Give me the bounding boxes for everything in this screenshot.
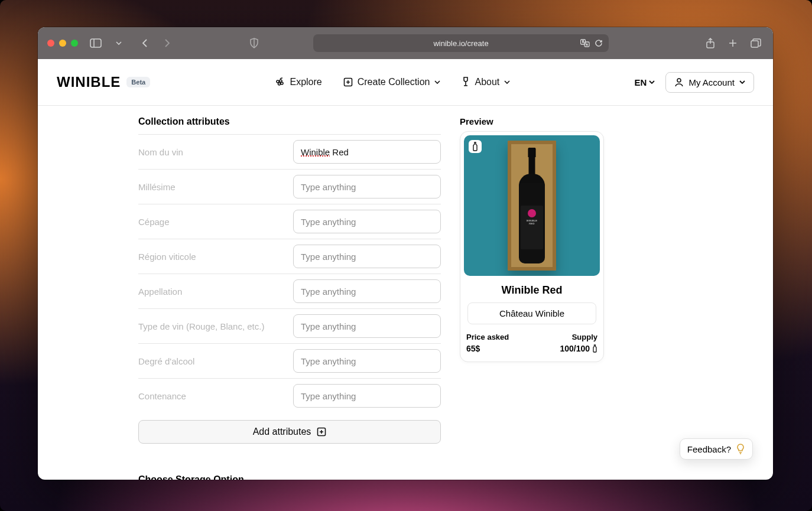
- forward-button[interactable]: [161, 36, 173, 50]
- attribute-label: Contenance: [138, 391, 286, 401]
- attribute-input[interactable]: [293, 175, 441, 198]
- chevron-down-icon: [434, 79, 440, 85]
- wine-bottle: WINIBLERED: [519, 148, 545, 263]
- attribute-label: Appellation: [138, 287, 286, 297]
- traffic-lights: [47, 40, 78, 47]
- nav-create-collection[interactable]: Create Collection: [343, 77, 441, 87]
- account-label: My Account: [688, 77, 735, 87]
- nav-explore-label: Explore: [290, 77, 321, 87]
- chevron-down-icon: [739, 79, 745, 85]
- beta-badge: Beta: [126, 77, 150, 87]
- attribute-label: Nom du vin: [138, 147, 286, 157]
- logo[interactable]: WINIBLE Beta: [57, 74, 150, 90]
- nav-about-label: About: [475, 77, 499, 87]
- site-header: WINIBLE Beta Explore: [38, 59, 773, 106]
- reload-icon[interactable]: [595, 39, 603, 47]
- url-bar[interactable]: winible.io/create: [313, 34, 609, 52]
- attribute-label: Région viticole: [138, 252, 286, 262]
- svg-rect-0: [90, 39, 101, 47]
- language-selector[interactable]: EN: [635, 77, 655, 87]
- wood-box: WINIBLERED: [508, 141, 556, 271]
- add-attributes-button[interactable]: Add attributes: [138, 420, 441, 444]
- producer-chip: Château Winible: [467, 302, 596, 324]
- plus-square-icon: [343, 77, 353, 87]
- translate-icon[interactable]: [580, 39, 590, 47]
- shield-icon[interactable]: [247, 35, 261, 51]
- attribute-label: Millésime: [138, 182, 286, 192]
- preview-title: Winible Red: [464, 284, 600, 297]
- nav-explore[interactable]: Explore: [274, 77, 321, 87]
- section-heading-storage: Choose Storage Option: [138, 474, 441, 480]
- attribute-input[interactable]: [293, 210, 441, 233]
- attribute-input[interactable]: [293, 349, 441, 373]
- preview-image: WINIBLERED: [464, 135, 600, 276]
- add-attributes-label: Add attributes: [253, 427, 311, 437]
- attribute-row: Millésime: [138, 169, 441, 204]
- account-button[interactable]: My Account: [665, 72, 754, 93]
- attribute-row: Nom du vinWinible Red: [138, 134, 441, 169]
- preview-label: Preview: [460, 116, 604, 126]
- chevron-down-icon[interactable]: [113, 38, 124, 48]
- attribute-input[interactable]: [293, 279, 441, 303]
- svg-point-10: [281, 82, 283, 84]
- chevron-down-icon: [649, 79, 655, 85]
- browser-window: winible.io/create: [38, 27, 773, 480]
- sidebar-toggle-icon[interactable]: [87, 36, 104, 50]
- language-label: EN: [635, 77, 647, 87]
- logo-text: WINIBLE: [57, 74, 121, 90]
- user-icon: [674, 77, 684, 87]
- browser-toolbar: winible.io/create: [38, 27, 773, 59]
- plus-square-icon: [317, 427, 326, 437]
- attribute-label: Degré d'alcool: [138, 356, 286, 366]
- supply-value: 100/100: [560, 344, 590, 353]
- svg-point-12: [677, 79, 681, 82]
- fullscreen-window-button[interactable]: [71, 40, 78, 47]
- share-icon[interactable]: [703, 35, 717, 51]
- nav-about[interactable]: About: [462, 77, 510, 87]
- attribute-row: Appellation: [138, 274, 441, 308]
- attribute-row: Type de vin (Rouge, Blanc, etc.): [138, 308, 441, 343]
- new-tab-icon[interactable]: [726, 36, 740, 50]
- back-button[interactable]: [139, 36, 151, 50]
- preview-card: WINIBLERED Winible Red Château Winible P…: [460, 131, 604, 362]
- page: WINIBLE Beta Explore: [38, 59, 773, 480]
- close-window-button[interactable]: [47, 40, 54, 47]
- attribute-input[interactable]: Winible Red: [293, 140, 441, 164]
- svg-point-9: [278, 83, 281, 85]
- price-value: 65$: [466, 344, 480, 353]
- grape-icon: [274, 77, 285, 87]
- bottle-label-line2: RED: [529, 222, 534, 225]
- attribute-input[interactable]: [293, 245, 441, 268]
- nav-create-label: Create Collection: [358, 77, 430, 87]
- minimize-window-button[interactable]: [59, 40, 66, 47]
- supply-label: Supply: [572, 333, 597, 341]
- tabs-overview-icon[interactable]: [748, 36, 764, 50]
- attribute-input[interactable]: [293, 384, 441, 408]
- svg-point-7: [277, 80, 279, 83]
- attribute-label: Type de vin (Rouge, Blanc, etc.): [138, 321, 286, 331]
- attribute-input[interactable]: [293, 314, 441, 338]
- wine-glass-icon: [462, 77, 470, 87]
- attribute-row: Degré d'alcool: [138, 343, 441, 378]
- attribute-label: Cépage: [138, 217, 286, 227]
- feedback-label: Feedback?: [687, 444, 731, 454]
- lightbulb-icon: [736, 444, 745, 454]
- bottle-icon: [592, 344, 597, 353]
- url-text: winible.io/create: [433, 39, 488, 48]
- attribute-row: Contenance: [138, 378, 441, 413]
- price-label: Price asked: [466, 333, 509, 341]
- attribute-row: Cépage: [138, 204, 441, 239]
- section-heading-attributes: Collection attributes: [138, 116, 441, 127]
- svg-rect-6: [751, 41, 758, 47]
- attribute-row: Région viticole: [138, 239, 441, 274]
- bottle-badge-icon: [469, 140, 482, 153]
- chevron-down-icon: [504, 79, 510, 85]
- feedback-button[interactable]: Feedback?: [680, 438, 753, 460]
